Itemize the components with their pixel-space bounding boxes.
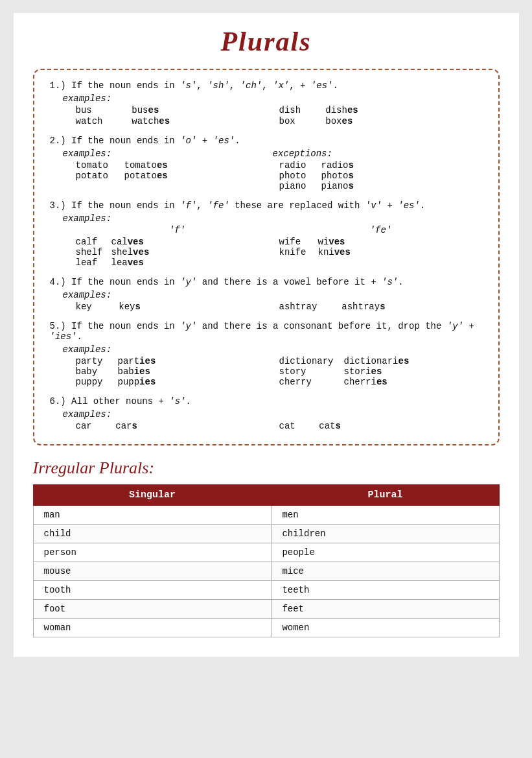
word-car: car	[76, 421, 105, 431]
word-potatoes: potatoes	[124, 171, 168, 181]
rule-2-cols: tomatotomatoes potatopotatoes radioradio…	[76, 160, 483, 191]
word-wife-row: wifewives	[279, 237, 483, 247]
rule-5: 5.) If the noun ends in 'y' and there is…	[50, 321, 483, 387]
word-photos: photos	[321, 171, 354, 181]
rule-1-row1: bus buses dish dishes	[76, 105, 483, 115]
rule-4-title: 4.) If the noun ends in 'y' and there is…	[50, 277, 483, 287]
table-row: child children	[33, 525, 499, 543]
rule-4-row1: key keys ashtray ashtrays	[76, 302, 483, 312]
rule-2-title: 2.) If the noun ends in 'o' + 'es'.	[50, 136, 483, 146]
word-cars: cars	[115, 421, 137, 431]
word-shelf-row: shelfshelves	[76, 247, 279, 257]
singular-mouse: mouse	[33, 562, 272, 581]
plural-men: men	[272, 506, 499, 525]
table-row: foot feet	[33, 600, 499, 619]
word-party: party	[76, 356, 118, 366]
word-stories: stories	[344, 366, 382, 377]
word-dish: dish	[279, 105, 315, 115]
rule-2-exceptions-col: radioradios photophotos pianopianos	[279, 160, 483, 191]
word-cats: cats	[319, 421, 341, 431]
rule-3-f-col: calfcalves shelfshelves leafleaves	[76, 237, 279, 268]
table-header-singular: Singular	[33, 485, 272, 506]
singular-tooth: tooth	[33, 581, 272, 600]
word-calf: calf	[76, 237, 111, 247]
rule-3-fe-col: wifewives knifeknives	[279, 237, 483, 268]
word-dishes: dishes	[325, 105, 358, 115]
word-knives: knives	[318, 247, 351, 257]
word-tomatoes: tomatoes	[124, 160, 168, 171]
word-cherries: cherries	[344, 377, 387, 387]
word-ashtrays: ashtrays	[341, 302, 385, 312]
plural-people: people	[272, 543, 499, 562]
rule-2-examples-label: examples:	[63, 148, 273, 159]
irregular-section-title: Irregular Plurals:	[33, 458, 500, 478]
word-knife: knife	[279, 247, 318, 257]
plural-mice: mice	[272, 562, 499, 581]
word-wife: wife	[279, 237, 318, 247]
rule-6-examples-label: examples:	[63, 409, 483, 420]
plural-women: women	[272, 619, 499, 637]
rule-5-cols: partyparties babybabies puppypuppies dic…	[76, 356, 483, 387]
word-shelves: shelves	[111, 247, 150, 257]
f-column-label: 'f'	[76, 225, 279, 235]
singular-person: person	[33, 543, 272, 562]
rule-1: 1.) If the noun ends in 's', 'sh', 'ch',…	[50, 80, 483, 126]
word-party-row: partyparties	[76, 356, 279, 366]
word-shelf: shelf	[76, 247, 111, 257]
word-cherry: cherry	[279, 377, 344, 387]
word-keys: keys	[119, 302, 141, 312]
rule-1-col-right-1: dish dishes	[279, 105, 483, 115]
word-potato: potato	[76, 171, 124, 181]
word-piano-row: pianopianos	[279, 181, 483, 191]
rule-4-col-right: ashtray ashtrays	[279, 302, 483, 312]
page-title: Plurals	[33, 26, 500, 57]
plural-teeth: teeth	[272, 581, 499, 600]
word-knife-row: knifeknives	[279, 247, 483, 257]
word-radio: radio	[279, 160, 321, 171]
rule-6-col-right: cat cats	[279, 421, 483, 431]
rule-6-col-left: car cars	[76, 421, 279, 431]
word-story-row: storystories	[279, 366, 483, 377]
singular-man: man	[33, 506, 272, 525]
irregular-table: Singular Plural man men child children p…	[33, 484, 500, 637]
rule-1-title: 1.) If the noun ends in 's', 'sh', 'ch',…	[50, 80, 483, 91]
word-pianos: pianos	[321, 181, 354, 191]
word-box: box	[279, 116, 315, 126]
rule-1-col-left-1: bus buses	[76, 105, 279, 115]
plural-children: children	[272, 525, 499, 543]
singular-foot: foot	[33, 600, 272, 619]
word-wives: wives	[318, 237, 345, 247]
singular-child: child	[33, 525, 272, 543]
word-babies: babies	[118, 366, 150, 377]
word-dictionary-row: dictionarydictionaries	[279, 356, 483, 366]
rule-2: 2.) If the noun ends in 'o' + 'es'. exam…	[50, 136, 483, 191]
table-row: person people	[33, 543, 499, 562]
word-buses: buses	[132, 105, 159, 115]
word-tomato-row: tomatotomatoes	[76, 160, 279, 171]
rule-3-cols: calfcalves shelfshelves leafleaves wifew…	[76, 237, 483, 268]
word-puppy: puppy	[76, 377, 118, 387]
rule-5-title: 5.) If the noun ends in 'y' and there is…	[50, 321, 483, 342]
rule-1-number: 1.)	[50, 80, 72, 91]
word-calves: calves	[111, 237, 144, 247]
rule-1-row2: watch watches box boxes	[76, 116, 483, 126]
word-baby-row: babybabies	[76, 366, 279, 377]
rule-3-title: 3.) If the noun ends in 'f', 'fe' these …	[50, 200, 483, 211]
table-row: tooth teeth	[33, 581, 499, 600]
word-piano: piano	[279, 181, 321, 191]
word-ashtray: ashtray	[279, 302, 331, 312]
page: Plurals 1.) If the noun ends in 's', 'sh…	[14, 13, 519, 657]
word-leaf: leaf	[76, 257, 111, 268]
word-dictionaries: dictionaries	[344, 356, 410, 366]
plural-feet: feet	[272, 600, 499, 619]
rule-6-title: 6.) All other nouns + 's'.	[50, 396, 483, 407]
word-potato-row: potatopotatoes	[76, 171, 279, 181]
rule-5-col-right: dictionarydictionaries storystories cher…	[279, 356, 483, 387]
word-leaf-row: leafleaves	[76, 257, 279, 268]
rule-5-col-left: partyparties babybabies puppypuppies	[76, 356, 279, 387]
rule-4: 4.) If the noun ends in 'y' and there is…	[50, 277, 483, 312]
word-photo: photo	[279, 171, 321, 181]
word-radio-row: radioradios	[279, 160, 483, 171]
word-story: story	[279, 366, 344, 377]
rule-6: 6.) All other nouns + 's'. examples: car…	[50, 396, 483, 431]
